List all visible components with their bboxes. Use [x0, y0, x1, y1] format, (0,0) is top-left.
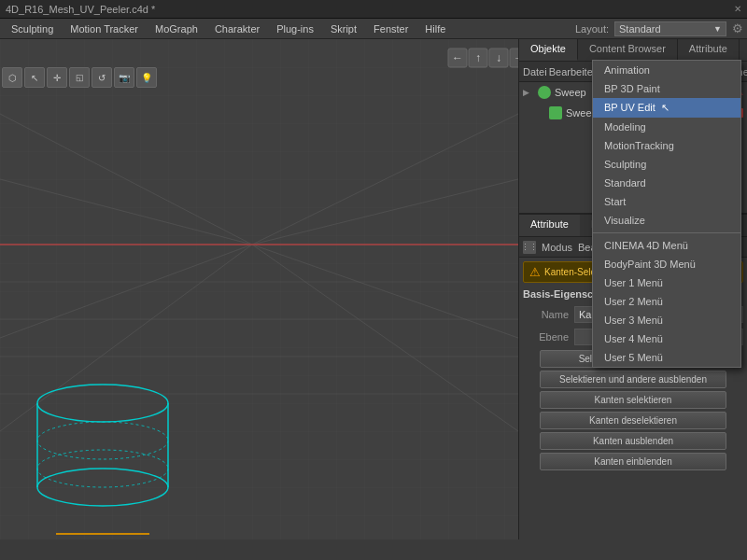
- dropdown-bp3dpaint[interactable]: BP 3D Paint: [593, 79, 740, 98]
- close-button[interactable]: ✕: [734, 4, 741, 14]
- dropdown-start[interactable]: Start: [593, 192, 740, 211]
- dropdown-modeling[interactable]: Modeling: [593, 118, 740, 136]
- dropdown-user3[interactable]: User 3 Menü: [593, 311, 740, 329]
- dropdown-bodypaint3d[interactable]: BodyPaint 3D Menü: [593, 255, 740, 273]
- btn-kanten-einblenden[interactable]: Kanten einblenden: [540, 453, 726, 470]
- button-row-1: Selektieren und andere ausblenden: [523, 371, 743, 388]
- sweep-icon-child: [549, 106, 562, 119]
- title-bar: 4D_R16_Mesh_UV_Peeler.c4d * ✕: [0, 0, 747, 19]
- attr-drag-icon: ⋮⋮: [523, 241, 536, 254]
- viewport-toolbar: ⬡ ↖ ✛ ◱ ↺ 📷 💡: [2, 67, 157, 88]
- vp-icon-cursor[interactable]: ↖: [24, 67, 45, 88]
- dropdown-visualize[interactable]: Visualize: [593, 211, 740, 230]
- dropdown-cinema4d[interactable]: CINEMA 4D Menü: [593, 236, 740, 255]
- vp-icon-move[interactable]: ✛: [47, 67, 67, 88]
- attr-label-name: Name: [523, 309, 574, 320]
- menu-mograph[interactable]: MoGraph: [148, 21, 205, 36]
- dropdown-user2[interactable]: User 2 Menü: [593, 292, 740, 311]
- btn-selektieren-andere-ausblenden[interactable]: Selektieren und andere ausblenden: [540, 371, 726, 388]
- button-row-2: Kanten selektieren: [523, 391, 743, 409]
- vp-icon-light[interactable]: 💡: [136, 67, 157, 88]
- attr-label-ebene: Ebene: [523, 331, 574, 343]
- btn-kanten-ausblenden[interactable]: Kanten ausblenden: [540, 432, 726, 450]
- menu-plugins[interactable]: Plug-ins: [269, 21, 321, 36]
- dropdown-animation[interactable]: Animation: [593, 61, 740, 79]
- menu-fenster[interactable]: Fenster: [366, 21, 416, 36]
- viewport-grid: ← ↑ ↓ →: [0, 39, 518, 539]
- attr-tab-attribute[interactable]: Attribute: [519, 215, 580, 236]
- svg-text:←: ←: [452, 51, 463, 64]
- viewport[interactable]: ← ↑ ↓ → ⬡ ↖ ✛ ◱ ↺ 📷 💡: [0, 39, 518, 539]
- svg-text:→: →: [514, 51, 518, 64]
- layout-label: Layout:: [575, 23, 609, 35]
- vp-icon-scale[interactable]: ◱: [69, 67, 90, 88]
- dropdown-user4[interactable]: User 4 Menü: [593, 329, 740, 348]
- layout-dropdown[interactable]: Standard ▼: [614, 21, 726, 36]
- dropdown-bpuvedit[interactable]: BP UV Edit↖: [593, 98, 740, 118]
- btn-kanten-selektieren[interactable]: Kanten selektieren: [540, 391, 726, 409]
- svg-rect-1: [0, 39, 518, 539]
- panel-tabs: Objekte Content Browser Attribute: [519, 39, 747, 62]
- menu-charakter[interactable]: Charakter: [207, 21, 267, 36]
- toolbar-bearbeiten[interactable]: Bearbeiten: [549, 66, 599, 77]
- btn-kanten-deselektieren[interactable]: Kanten deselektieren: [540, 412, 726, 429]
- dropdown-user5[interactable]: User 5 Menü: [593, 348, 740, 367]
- button-row-3: Kanten deselektieren: [523, 412, 743, 429]
- menu-skript[interactable]: Skript: [323, 21, 364, 36]
- tab-attribute[interactable]: Attribute: [678, 39, 740, 61]
- svg-text:↑: ↑: [475, 51, 481, 64]
- title-text: 4D_R16_Mesh_UV_Peeler.c4d *: [6, 4, 155, 15]
- layout-dropdown-arrow: ▼: [713, 24, 722, 34]
- tab-content-browser[interactable]: Content Browser: [578, 39, 678, 61]
- dropdown-sculpting[interactable]: Sculpting: [593, 155, 740, 174]
- menu-motion-tracker[interactable]: Motion Tracker: [63, 21, 146, 36]
- layout-current: Standard: [619, 23, 661, 35]
- dropdown-motiontracking[interactable]: MotionTracking: [593, 136, 740, 155]
- layout-settings-icon[interactable]: ⚙: [732, 21, 743, 35]
- svg-text:↓: ↓: [496, 51, 501, 64]
- attr-modus[interactable]: Modus: [542, 242, 572, 253]
- dropdown-standard[interactable]: Standard: [593, 174, 740, 192]
- sweep-icon-parent: [538, 86, 551, 99]
- dropdown-separator: [593, 232, 740, 233]
- vp-icon-camera[interactable]: 📷: [114, 67, 134, 88]
- warning-icon: ⚠: [529, 265, 541, 279]
- toolbar-datei[interactable]: Datei: [523, 66, 547, 77]
- tab-objekte[interactable]: Objekte: [519, 39, 578, 61]
- vp-icon-rotate[interactable]: ↺: [92, 67, 112, 88]
- menu-sculpting[interactable]: Sculpting: [4, 21, 61, 36]
- button-row-5: Kanten einblenden: [523, 453, 743, 470]
- vp-icon-object[interactable]: ⬡: [2, 67, 22, 88]
- menu-hilfe[interactable]: Hilfe: [417, 21, 453, 36]
- layout-dropdown-menu: Animation BP 3D Paint BP UV Edit↖ Modeli…: [592, 60, 741, 368]
- menu-bar: Sculpting Motion Tracker MoGraph Charakt…: [0, 19, 747, 39]
- dropdown-user1[interactable]: User 1 Menü: [593, 273, 740, 292]
- button-row-4: Kanten ausblenden: [523, 432, 743, 450]
